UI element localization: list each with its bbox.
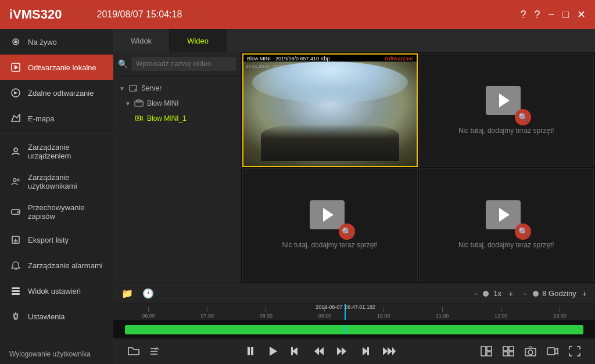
storage-mgmt-icon	[9, 206, 22, 218]
tab-widok[interactable]: Widok	[113, 29, 170, 52]
pause-button[interactable]	[242, 344, 259, 358]
svg-marker-31	[314, 347, 319, 355]
prev-frame-button[interactable]	[286, 344, 304, 358]
timeline-green-fill	[125, 325, 583, 334]
play-button[interactable]	[264, 344, 281, 358]
empty-play-bg-3	[310, 200, 345, 229]
svg-rect-43	[503, 347, 508, 351]
folder-button[interactable]	[125, 344, 142, 358]
camera-capture-button[interactable]	[522, 344, 539, 358]
playback-center	[242, 344, 398, 358]
hours-increase-button[interactable]: +	[580, 288, 589, 300]
cursor-date: 2019-08-07	[316, 304, 342, 310]
minimize-button[interactable]: −	[549, 9, 555, 21]
tree-label-device: Blow MINI	[147, 99, 179, 107]
help-icon-1[interactable]: ?	[521, 9, 526, 21]
logout-button[interactable]: Wylogowanie użytkownika	[0, 344, 113, 364]
sidebar-item-emap[interactable]: E-mapa	[0, 106, 113, 131]
search-input[interactable]	[131, 57, 236, 71]
playback-controls	[113, 338, 595, 364]
svg-rect-41	[487, 347, 492, 351]
timeline-bar[interactable]	[125, 325, 583, 334]
video-cell-3[interactable]: 🔍 Nic tutaj, dodajmy teraz sprzęt!	[242, 168, 418, 282]
sidebar-item-local-playback[interactable]: Odtwarzanie lokalne	[0, 55, 113, 80]
maximize-button[interactable]: □	[562, 9, 569, 21]
next-frame-button[interactable]	[356, 344, 374, 358]
sidebar-item-export[interactable]: Eksport listy	[0, 227, 113, 253]
sidebar-item-settings[interactable]: Ustawienia	[0, 304, 113, 329]
calendar-button[interactable]: 📁	[119, 287, 135, 300]
svg-point-17	[135, 89, 136, 90]
hours-decrease-button[interactable]: −	[520, 288, 529, 300]
video-cell-2[interactable]: 🔍 Nic tutaj, dodajmy teraz sprzęt!	[419, 53, 594, 167]
svg-marker-37	[383, 347, 388, 355]
ruler-label-13: 13:00	[553, 313, 567, 319]
tree-camera[interactable]: Blow MINI_1	[113, 111, 241, 126]
svg-rect-12	[12, 287, 20, 289]
grid-button[interactable]	[500, 344, 517, 358]
hours-control: − 8 Godziny +	[520, 288, 589, 300]
speed-decrease-button[interactable]: −	[471, 288, 481, 300]
video-timestamp: 07.01.2019...07:47:01	[246, 64, 291, 69]
ruler-mark-08: 08:00	[236, 307, 295, 319]
timeline-ruler[interactable]: 06:00 07:00 08:00 09:00	[113, 304, 595, 320]
svg-marker-50	[555, 348, 558, 354]
sidebar-label-device-mgmt: Zarządzanie urządzeniem	[28, 143, 104, 160]
sidebar-item-view-settings[interactable]: Widok ustawień	[0, 278, 113, 304]
speed-increase-button[interactable]: +	[506, 288, 515, 300]
svg-rect-14	[12, 293, 20, 295]
empty-play-bg-2	[486, 86, 521, 115]
svg-point-48	[528, 350, 533, 355]
hours-label: 8 Godziny	[542, 289, 576, 298]
svg-rect-30	[291, 347, 293, 355]
empty-cell-thumb-2: 🔍 Nic tutaj, dodajmy teraz sprzęt!	[458, 86, 554, 135]
sidebar-label-local-playback: Odtwarzanie lokalne	[28, 63, 96, 72]
sidebar-item-alarm-mgmt[interactable]: Zarządzanie alarmami	[0, 253, 113, 278]
tree-device[interactable]: ▼ Blow MINI	[113, 96, 241, 111]
live-icon	[9, 35, 22, 48]
skip-back-button[interactable]	[310, 344, 327, 358]
close-button[interactable]: ✕	[577, 8, 586, 21]
tree-server[interactable]: ▼ Server	[113, 81, 241, 96]
svg-rect-36	[367, 347, 369, 355]
layout-button[interactable]	[478, 344, 495, 358]
ruler-label-10: 10:00	[377, 313, 390, 319]
sidebar: Na żywo Odtwarzanie lokalne Zdalne odtwa…	[0, 29, 113, 364]
clock-button[interactable]: 🕐	[140, 287, 156, 300]
svg-rect-16	[130, 85, 137, 91]
play-triangle-icon-4	[499, 208, 510, 222]
playback-right	[478, 344, 583, 358]
tab-wideo[interactable]: Wideo	[170, 29, 227, 52]
svg-marker-3	[15, 65, 18, 70]
svg-rect-44	[509, 347, 514, 351]
ruler-mark-12: 12:00	[472, 307, 531, 319]
video-cell-4[interactable]: 🔍 Nic tutaj, dodajmy teraz sprzęt!	[419, 168, 594, 282]
video-grid: Blow MINI - 2019/08/0 657.410 Kbp Odtwar…	[241, 52, 595, 283]
svg-marker-35	[363, 347, 368, 355]
sidebar-item-remote-playback[interactable]: Zdalne odtwarzanie	[0, 80, 113, 106]
view-settings-icon	[9, 284, 22, 297]
header-icons: ? ? − □ ✕	[521, 8, 586, 21]
speed-slider-dot[interactable]	[483, 291, 489, 297]
fullscreen-button[interactable]	[566, 344, 583, 358]
timeline-area: 📁 🕐 − 1x + − 8 Godziny +	[113, 283, 595, 338]
fast-forward-button[interactable]	[379, 344, 398, 358]
svg-rect-18	[135, 101, 143, 106]
search-overlay-icon-2: 🔍	[515, 109, 531, 125]
ruler-label-12: 12:00	[494, 313, 508, 319]
record-button[interactable]	[544, 344, 561, 358]
hours-slider-dot[interactable]	[533, 291, 539, 297]
header-datetime: 2019/08/07 15:04:18	[97, 9, 182, 20]
video-cell-1[interactable]: Blow MINI - 2019/08/0 657.410 Kbp Odtwar…	[242, 53, 418, 167]
header-left: iVMS320 2019/08/07 15:04:18	[9, 7, 182, 22]
file-browser: 🔍 ▼ Server ▼ Blow MINI	[113, 52, 241, 283]
sort-button[interactable]	[146, 344, 162, 358]
skip-forward-button[interactable]	[333, 344, 350, 358]
svg-rect-13	[12, 290, 20, 292]
help-icon-2[interactable]: ?	[535, 9, 540, 21]
sidebar-item-storage-mgmt[interactable]: Przechowywanie zapisów	[0, 197, 113, 227]
sidebar-item-user-mgmt[interactable]: Zarządzanie użytkownikami	[0, 167, 113, 197]
sidebar-item-live[interactable]: Na żywo	[0, 29, 113, 55]
sidebar-item-device-mgmt[interactable]: Zarządzanie urządzeniem	[0, 136, 113, 167]
sidebar-label-storage-mgmt: Przechowywanie zapisów	[28, 203, 104, 221]
